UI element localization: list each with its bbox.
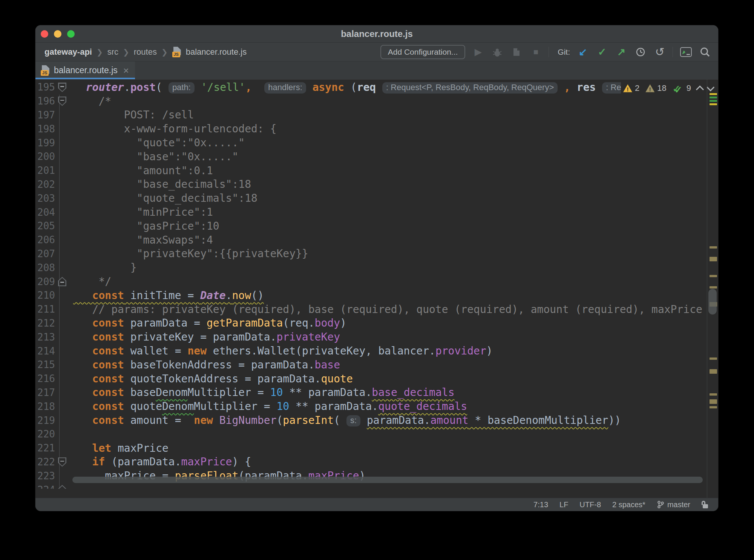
editor-area[interactable]: 195 router.post( path: '/sell', handlers… bbox=[35, 80, 718, 498]
code-line-213: 213 const privateKey = paramData.private… bbox=[35, 330, 707, 344]
code-text: if (paramData.maxPrice) { bbox=[73, 456, 251, 468]
code-text: // params: privateKey (required), base (… bbox=[73, 303, 707, 316]
fold-marker-icon[interactable] bbox=[58, 83, 66, 92]
stripe-mark[interactable] bbox=[710, 93, 717, 95]
run-with-coverage-icon[interactable] bbox=[510, 46, 523, 58]
fold-marker-icon[interactable] bbox=[58, 457, 66, 467]
stripe-mark[interactable] bbox=[710, 369, 717, 374]
weak-warning-icon: ! bbox=[645, 84, 654, 92]
line-number: 195 bbox=[35, 81, 55, 93]
code-line-197: 197 POST: /sell bbox=[35, 108, 707, 122]
stripe-mark[interactable] bbox=[710, 103, 717, 105]
error-stripe[interactable] bbox=[707, 80, 718, 498]
tab-balancer-route-js[interactable]: JS balancer.route.js × bbox=[35, 61, 135, 79]
run-icon[interactable]: ▶ bbox=[472, 46, 484, 58]
line-number: 218 bbox=[35, 401, 55, 412]
line-number: 196 bbox=[35, 95, 55, 107]
gutter-fold-column bbox=[55, 330, 73, 344]
branch-icon bbox=[657, 500, 664, 509]
fold-marker-icon[interactable] bbox=[58, 97, 66, 106]
line-separator[interactable]: LF bbox=[559, 500, 568, 509]
gutter-fold-column bbox=[55, 164, 73, 178]
stripe-mark[interactable] bbox=[710, 399, 717, 404]
active-tab-indicator bbox=[35, 78, 135, 79]
line-number: 219 bbox=[35, 415, 55, 426]
search-everywhere-icon[interactable] bbox=[699, 46, 711, 58]
git-commit-icon[interactable]: ✓ bbox=[596, 46, 608, 58]
typos-badge[interactable]: ✓✓ 9 bbox=[673, 83, 691, 93]
history-icon[interactable] bbox=[634, 46, 647, 58]
git-branch-widget[interactable]: master bbox=[657, 500, 690, 509]
line-number: 201 bbox=[35, 165, 55, 176]
stripe-mark[interactable] bbox=[710, 100, 717, 102]
title-bar: balancer.route.js bbox=[35, 25, 718, 43]
gutter-fold-column bbox=[55, 150, 73, 164]
gutter-fold-column bbox=[55, 441, 73, 455]
code-line-216: 216 const quoteTokenAddress = paramData.… bbox=[35, 372, 707, 386]
stripe-mark[interactable] bbox=[710, 246, 717, 249]
stop-icon[interactable]: ■ bbox=[529, 46, 542, 58]
code-line-222: 222 if (paramData.maxPrice) { bbox=[35, 455, 707, 469]
stripe-mark[interactable] bbox=[710, 393, 717, 396]
indent-style[interactable]: 2 spaces* bbox=[612, 500, 645, 509]
breadcrumb-file[interactable]: balancer.route.js bbox=[186, 47, 247, 57]
line-number: 209 bbox=[35, 276, 55, 287]
code-text: x-www-form-urlencoded: { bbox=[73, 123, 276, 135]
stripe-mark[interactable] bbox=[710, 257, 717, 261]
gutter-fold-column bbox=[55, 191, 73, 205]
toolbar-actions: Add Configuration... ▶ ■ Git: ↙ ✓ ↗ ↺ bbox=[380, 45, 711, 59]
stripe-mark[interactable] bbox=[710, 357, 717, 360]
vertical-scrollbar-thumb[interactable] bbox=[708, 289, 717, 315]
editor-tab-bar: JS balancer.route.js × bbox=[35, 61, 718, 79]
gutter-fold-column bbox=[55, 136, 73, 150]
code-line-212: 212 const paramData = getParamData(req.b… bbox=[35, 316, 707, 330]
caret-position[interactable]: 7:13 bbox=[533, 500, 548, 509]
add-configuration-button[interactable]: Add Configuration... bbox=[380, 45, 466, 59]
code-text: const baseDenomMultiplier = 10 ** paramD… bbox=[73, 386, 455, 399]
gutter-fold-column bbox=[55, 247, 73, 261]
tab-label: balancer.route.js bbox=[54, 65, 118, 75]
code-text: const quoteDenomMultiplier = 10 ** param… bbox=[73, 400, 467, 413]
stripe-mark[interactable] bbox=[710, 286, 717, 288]
debug-icon[interactable] bbox=[491, 46, 504, 58]
code-text: router.post( path: '/sell', handlers: as… bbox=[73, 81, 707, 94]
write-access-unlock-icon[interactable] bbox=[702, 501, 708, 508]
code-text: "base":"0x....." bbox=[73, 150, 238, 163]
stripe-mark[interactable] bbox=[710, 97, 717, 98]
code-text: const quoteTokenAddress = paramData.quot… bbox=[73, 373, 353, 385]
git-update-icon[interactable]: ↙ bbox=[576, 46, 589, 58]
inspection-widget[interactable]: ! 2 ! 18 ✓✓ 9 bbox=[621, 81, 717, 95]
gutter-fold-column bbox=[55, 261, 73, 275]
previous-problem-icon[interactable] bbox=[696, 85, 704, 93]
gutter-fold-column bbox=[55, 80, 73, 94]
line-number: 211 bbox=[35, 304, 55, 315]
line-number: 205 bbox=[35, 220, 55, 232]
run-anything-terminal-icon[interactable] bbox=[679, 46, 692, 58]
toolbar-separator bbox=[673, 47, 673, 57]
fold-marker-icon[interactable] bbox=[58, 277, 66, 286]
weak-warnings-badge[interactable]: ! 18 bbox=[645, 83, 666, 93]
breadcrumb-src[interactable]: src bbox=[107, 47, 118, 57]
fold-marker-icon[interactable] bbox=[58, 485, 66, 489]
code-line-200: 200 "base":"0x....." bbox=[35, 150, 707, 164]
gutter-fold-column bbox=[55, 275, 73, 288]
stripe-mark[interactable] bbox=[710, 406, 717, 408]
line-number: 212 bbox=[35, 318, 55, 329]
git-push-icon[interactable]: ↗ bbox=[615, 46, 628, 58]
code-line-224: 224 bbox=[35, 483, 707, 489]
horizontal-scrollbar-thumb[interactable] bbox=[72, 477, 703, 483]
gutter-fold-column bbox=[55, 219, 73, 233]
warnings-badge[interactable]: ! 2 bbox=[623, 83, 639, 93]
stripe-mark[interactable] bbox=[710, 275, 717, 277]
rollback-icon[interactable]: ↺ bbox=[653, 46, 666, 58]
breadcrumb-routes[interactable]: routes bbox=[134, 47, 157, 57]
file-encoding[interactable]: UTF-8 bbox=[579, 500, 601, 509]
code-text: const initTime = Date.now() bbox=[73, 289, 264, 302]
breadcrumb-project[interactable]: gateway-api bbox=[44, 47, 92, 57]
close-tab-icon[interactable]: × bbox=[123, 66, 129, 75]
gutter-fold-column bbox=[55, 288, 73, 302]
line-number: 207 bbox=[35, 248, 55, 259]
line-number: 221 bbox=[35, 442, 55, 454]
chevron-right-icon: ❯ bbox=[97, 48, 103, 57]
code-line-201: 201 "amount":0.1 bbox=[35, 164, 707, 178]
